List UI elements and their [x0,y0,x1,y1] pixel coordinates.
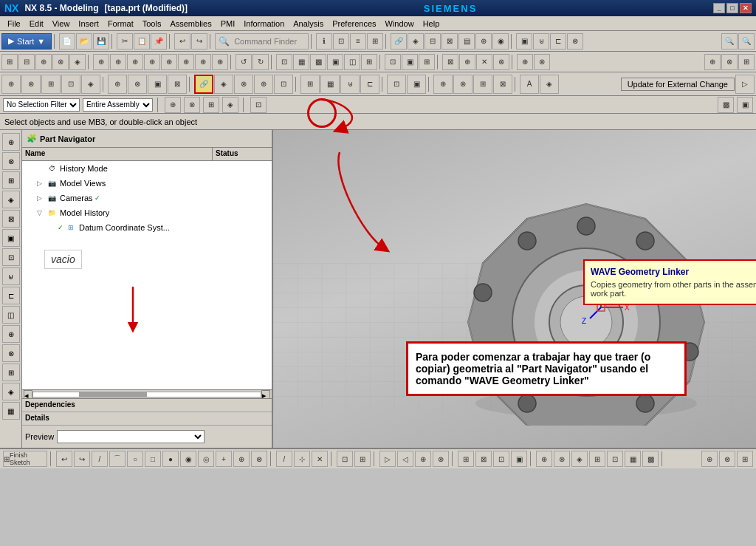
paste-btn[interactable]: 📌 [151,33,167,50]
draw-btn-2[interactable]: ↪ [74,451,90,467]
draw-btn-12[interactable]: ⊗ [251,451,267,467]
tb-btn-12[interactable]: ⊟ [425,33,441,50]
tb2-19[interactable]: ▣ [327,54,343,70]
tb2-30[interactable]: ⊗ [534,54,550,70]
tb3-12[interactable]: ⊗ [234,75,253,94]
tb2-22[interactable]: ⊡ [385,54,401,70]
preview-dropdown[interactable] [57,430,205,443]
tree-item-model-views[interactable]: ▷ 📷 Model Views [22,176,272,191]
tb-btn-17[interactable]: ▣ [516,33,532,50]
undo-btn[interactable]: ↩ [174,33,190,50]
draw-btn-26[interactable]: ⊕ [536,451,552,467]
draw-btn-31[interactable]: ▦ [625,451,641,467]
menu-file[interactable]: File [3,18,25,30]
scroll-track[interactable] [32,392,261,397]
tb-btn-10[interactable]: 🔗 [391,33,407,50]
menu-pmi[interactable]: PMI [216,18,240,30]
tb3-3[interactable]: ⊞ [41,75,61,94]
tree-item-cameras[interactable]: ▷ 📷 Cameras ✓ [22,191,272,205]
update-external-change-btn[interactable]: Update for External Change [621,78,735,91]
menu-information[interactable]: Information [239,18,289,30]
side-icon-13[interactable]: ⊞ [2,364,20,381]
tb-btn-11[interactable]: ◈ [408,33,424,50]
selection-filter-dropdown[interactable]: No Selection Filter [3,98,80,112]
tb2-6[interactable]: ⊕ [93,54,109,70]
draw-btn-25[interactable]: ▣ [511,451,527,467]
draw-btn-14[interactable]: ⊹ [294,451,310,467]
draw-btn-8[interactable]: ◉ [180,451,196,467]
menu-view[interactable]: View [48,18,75,30]
redo-btn[interactable]: ↪ [191,33,207,50]
tb3-1[interactable]: ⊕ [1,75,21,94]
scroll-right-btn[interactable]: ▸ [261,390,270,399]
tb-btn-end1[interactable]: 🔍 [721,33,738,50]
draw-btn-13[interactable]: / [276,451,292,467]
tb3-18[interactable]: ⊏ [360,75,379,94]
side-icon-4[interactable]: ◈ [2,191,20,208]
draw-btn-3[interactable]: / [92,451,108,467]
tb2-2[interactable]: ⊟ [18,54,35,70]
tree-item-history-mode[interactable]: ⏱ History Mode [22,161,272,176]
tb3-8[interactable]: ▣ [148,75,167,94]
tb2-e1[interactable]: ⊕ [704,54,721,70]
copy-btn[interactable]: 📋 [134,33,150,50]
menu-assemblies[interactable]: Assemblies [165,18,216,30]
tb2-e3[interactable]: ⊞ [738,54,755,70]
draw-btn-17[interactable]: ⊞ [354,451,371,467]
cut-btn[interactable]: ✂ [117,33,133,50]
tb3-6[interactable]: ⊕ [108,75,127,94]
command-finder-input[interactable] [231,34,305,49]
filter-btn-5[interactable]: ⊡ [250,97,267,113]
finish-sketch-btn[interactable]: ⊞ Finish Sketch [3,451,47,467]
menu-insert[interactable]: Insert [74,18,103,30]
menu-preferences[interactable]: Preferences [328,18,380,30]
open-btn[interactable]: 📂 [76,33,92,50]
menu-edit[interactable]: Edit [25,18,48,30]
tb2-26[interactable]: ⊕ [459,54,475,70]
menu-window[interactable]: Window [381,18,419,30]
tb2-11[interactable]: ⊕ [178,54,194,70]
tb-btn-15[interactable]: ⊕ [475,33,492,50]
tb2-18[interactable]: ▩ [310,54,326,70]
side-icon-1[interactable]: ⊕ [2,133,20,151]
menu-help[interactable]: Help [419,18,444,30]
assembly-filter-dropdown[interactable]: Entire Assembly [83,98,153,112]
filter-btn-4[interactable]: ◈ [222,97,238,113]
tb3-17[interactable]: ⊎ [340,75,360,94]
viewport[interactable]: X Y Z WAVE Geometry Linker Copies geomet… [273,130,756,448]
draw-btn-4[interactable]: ⌒ [109,451,126,467]
filter-btn-3[interactable]: ⊞ [203,97,219,113]
tb3-11[interactable]: ◈ [214,75,233,94]
draw-btn-28[interactable]: ◈ [571,451,588,467]
draw-btn-11[interactable]: ⊕ [233,451,250,467]
nav-dependencies[interactable]: Dependencies [22,399,272,412]
filter-btn-end2[interactable]: ▣ [737,97,753,113]
side-icon-7[interactable]: ⊡ [2,248,20,266]
draw-btn-e3[interactable]: ⊞ [737,451,753,467]
tb3-26[interactable]: ◈ [540,75,559,94]
menu-format[interactable]: Format [103,18,138,30]
side-icon-5[interactable]: ⊠ [2,210,20,228]
nav-details[interactable]: Details [22,412,272,426]
side-icon-14[interactable]: ◈ [2,383,20,400]
tb-btn-19[interactable]: ⊏ [550,33,566,50]
tb3-19[interactable]: ⊡ [387,75,406,94]
minimize-btn[interactable]: _ [713,3,725,13]
tb-btn-end2[interactable]: 🔍 [738,33,755,50]
tb3-22[interactable]: ⊗ [453,75,472,94]
tb2-20[interactable]: ◫ [344,54,360,70]
tb2-1[interactable]: ⊞ [1,54,18,70]
tb2-10[interactable]: ⊕ [161,54,177,70]
draw-btn-e1[interactable]: ⊕ [701,451,718,467]
tree-item-model-history[interactable]: ▽ 📁 Model History [22,205,272,220]
nav-scrollbar[interactable]: ◂ ▸ [22,389,272,398]
draw-btn-5[interactable]: ○ [127,451,143,467]
draw-btn-32[interactable]: ▩ [642,451,659,467]
tb3-21[interactable]: ⊕ [433,75,453,94]
wave-geometry-linker-btn[interactable]: 🔗 [194,75,213,94]
draw-btn-6[interactable]: □ [145,451,161,467]
side-icon-2[interactable]: ⊗ [2,152,20,170]
tb2-14[interactable]: ↺ [236,54,252,70]
tb-btn-16[interactable]: ◉ [492,33,509,50]
filter-btn-1[interactable]: ⊕ [165,97,181,113]
